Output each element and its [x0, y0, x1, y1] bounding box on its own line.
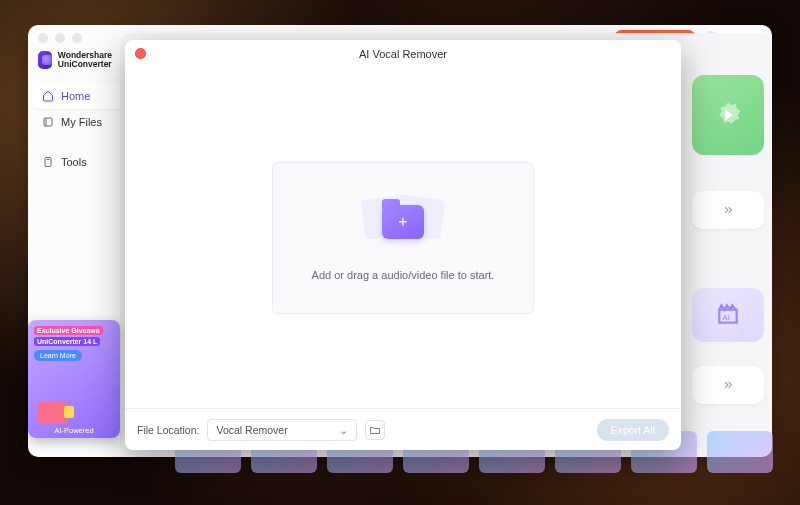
carousel-next-1[interactable] — [692, 191, 764, 229]
folder-plus-icon: + — [353, 195, 453, 251]
sidebar-item-tools[interactable]: Tools — [32, 149, 120, 175]
camera-illustration — [38, 402, 68, 424]
promo-banner[interactable]: Exclusive Giveawa UniConverter 14 L Lear… — [28, 320, 120, 438]
dropzone-hint: Add or drag a audio/video file to start. — [312, 269, 495, 281]
modal-title: AI Vocal Remover — [359, 48, 447, 60]
thumbnail[interactable] — [707, 431, 773, 473]
main-traffic-lights[interactable] — [38, 33, 82, 43]
svg-rect-3 — [44, 118, 52, 126]
main-close-dot[interactable] — [38, 33, 48, 43]
play-badge-icon — [713, 100, 743, 130]
tools-icon — [42, 156, 54, 168]
chevrons-right-icon — [721, 378, 735, 392]
home-icon — [42, 90, 54, 102]
promo-line2: UniConverter 14 L — [34, 337, 100, 346]
sidebar-item-label: Tools — [61, 156, 87, 168]
feature-card-green[interactable] — [692, 75, 764, 155]
sidebar-item-my-files[interactable]: My Files — [32, 109, 120, 135]
promo-footer: AI-Powered — [28, 426, 120, 435]
modal-titlebar[interactable]: AI Vocal Remover — [125, 40, 681, 68]
carousel-next-2[interactable] — [692, 366, 764, 404]
promo-learn-more-button[interactable]: Learn More — [34, 350, 82, 361]
ai-clapper-icon: AI — [715, 302, 741, 328]
open-folder-button[interactable] — [365, 420, 385, 440]
promo-line1: Exclusive Giveawa — [34, 326, 103, 335]
file-location-value: Vocal Remover — [216, 424, 287, 436]
export-all-button[interactable]: Export All — [597, 419, 669, 441]
main-zoom-dot[interactable] — [72, 33, 82, 43]
file-dropzone[interactable]: + Add or drag a audio/video file to star… — [272, 162, 534, 314]
file-location-select[interactable]: Vocal Remover ⌄ — [207, 419, 357, 441]
sidebar-item-label: My Files — [61, 116, 102, 128]
files-icon — [42, 116, 54, 128]
logo-icon — [38, 51, 52, 69]
feature-card-lilac[interactable]: AI — [692, 288, 764, 342]
desktop-background: See Pricing Wondershare — [0, 0, 800, 505]
brand-line2: UniConverter — [58, 60, 112, 69]
svg-rect-4 — [45, 158, 51, 167]
main-minimize-dot[interactable] — [55, 33, 65, 43]
main-window-titlebar: See Pricing — [28, 25, 772, 33]
sidebar-item-home[interactable]: Home — [32, 83, 120, 109]
modal-footer: File Location: Vocal Remover ⌄ Export Al… — [125, 408, 681, 450]
svg-text:AI: AI — [723, 313, 730, 322]
ai-vocal-remover-modal: AI Vocal Remover + Add or drag a audio/v… — [125, 40, 681, 450]
app-logo: Wondershare UniConverter — [28, 51, 120, 83]
file-location-label: File Location: — [137, 424, 199, 436]
chevron-down-icon: ⌄ — [339, 424, 348, 436]
folder-icon — [369, 424, 381, 436]
chevrons-right-icon — [721, 203, 735, 217]
sidebar-item-label: Home — [61, 90, 90, 102]
modal-close-button[interactable] — [135, 48, 146, 59]
